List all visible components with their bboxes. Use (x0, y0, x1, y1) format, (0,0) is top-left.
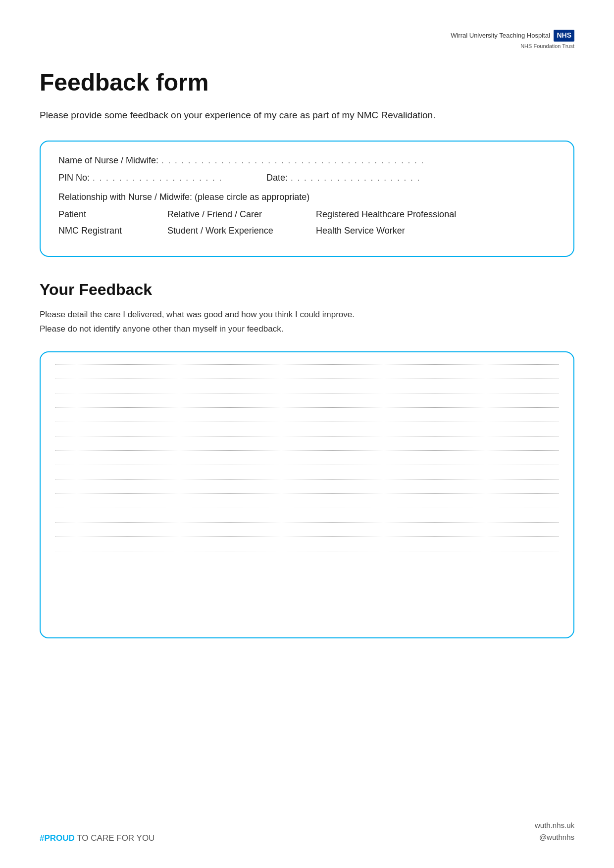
nurse-label: Name of Nurse / Midwife: (58, 155, 158, 166)
nurse-dots: . . . . . . . . . . . . . . . . . . . . … (161, 156, 556, 166)
dot-line-2 (55, 379, 559, 379)
date-col: Date: . . . . . . . . . . . . . . . . . … (266, 173, 556, 183)
footer-website: wuth.nhs.uk (535, 820, 574, 831)
relationship-label: Relationship with Nurse / Midwife: (plea… (58, 192, 556, 202)
dot-line-6 (55, 436, 559, 436)
nhs-badge: NHS (554, 30, 574, 42)
dot-line-11 (55, 508, 559, 508)
org-subtitle: NHS Foundation Trust (451, 43, 574, 50)
dot-line-13 (55, 536, 559, 537)
feedback-description: Please detail the care I delivered, what… (40, 308, 574, 337)
dot-line-1 (55, 364, 559, 365)
nurse-name-row: Name of Nurse / Midwife: . . . . . . . .… (58, 155, 556, 166)
org-name: Wirral University Teaching Hospital (451, 32, 550, 39)
intro-text: Please provide some feedback on your exp… (40, 108, 574, 123)
feedback-desc-line1: Please detail the care I delivered, what… (40, 310, 355, 319)
dot-line-14 (55, 551, 559, 551)
footer: #PROUD TO CARE FOR YOU wuth.nhs.uk @wuth… (40, 815, 574, 843)
page: Wirral University Teaching Hospital NHS … (0, 0, 614, 868)
feedback-box[interactable] (40, 351, 574, 638)
dot-line-7 (55, 450, 559, 451)
pin-dots: . . . . . . . . . . . . . . . . . . . . (93, 173, 266, 183)
pin-col: PIN No: . . . . . . . . . . . . . . . . … (58, 173, 266, 183)
footer-bold: #PROUD (40, 833, 75, 843)
option-registered: Registered Healthcare Professional (316, 209, 556, 220)
option-nmc: NMC Registrant (58, 226, 167, 236)
pin-label: PIN No: (58, 173, 90, 183)
footer-plain: TO CARE FOR YOU (77, 833, 154, 843)
footer-social: @wuthnhs (535, 831, 574, 843)
dot-line-10 (55, 493, 559, 494)
option-student: Student / Work Experience (167, 226, 316, 236)
dot-line-12 (55, 522, 559, 523)
footer-left: #PROUD TO CARE FOR YOU (40, 833, 154, 843)
dot-line-4 (55, 407, 559, 408)
info-box: Name of Nurse / Midwife: . . . . . . . .… (40, 141, 574, 257)
option-health-worker: Health Service Worker (316, 226, 556, 236)
pin-date-row: PIN No: . . . . . . . . . . . . . . . . … (58, 173, 556, 183)
feedback-desc-line2: Please do not identify anyone other than… (40, 324, 283, 334)
dot-line-8 (55, 465, 559, 465)
footer-right: wuth.nhs.uk @wuthnhs (535, 820, 574, 843)
section-title: Your Feedback (40, 281, 574, 299)
option-patient: Patient (58, 209, 167, 220)
option-relative: Relative / Friend / Carer (167, 209, 316, 220)
dot-line-3 (55, 393, 559, 393)
options-row-2: NMC Registrant Student / Work Experience… (58, 226, 556, 236)
date-label: Date: (266, 173, 288, 183)
date-dots: . . . . . . . . . . . . . . . . . . . . (291, 173, 556, 183)
dot-line-9 (55, 479, 559, 480)
logo-area: Wirral University Teaching Hospital NHS … (451, 30, 574, 50)
dot-line-5 (55, 422, 559, 422)
options-row-1: Patient Relative / Friend / Carer Regist… (58, 209, 556, 220)
header: Wirral University Teaching Hospital NHS … (40, 30, 574, 50)
page-title: Feedback form (40, 70, 574, 96)
